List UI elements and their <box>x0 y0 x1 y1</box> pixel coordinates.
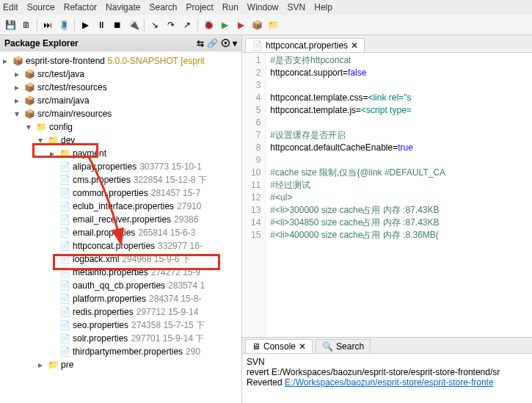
file-thirdpartymember-properties[interactable]: 📄thirdpartymember.properties290 <box>0 345 241 358</box>
src-test-resources[interactable]: ▸📦 src/test/resources <box>0 81 241 94</box>
menu-run[interactable]: Run <box>222 2 238 12</box>
folder-icon: 📁 <box>47 359 59 371</box>
folder-icon: 📁 <box>47 134 59 146</box>
package-icon: 📦 <box>23 68 35 80</box>
file-icon: 📄 <box>59 266 70 278</box>
project-node[interactable]: ▸📦 esprit-store-frontend 5.0.0-SNAPSHOT … <box>0 54 241 68</box>
console-line: revert E:/Workspaces/baozun/esprit-store… <box>247 367 528 377</box>
file-icon: 📄 <box>59 174 70 186</box>
disconnect-icon[interactable]: 🔌 <box>126 18 141 32</box>
file-icon: 📄 <box>59 346 70 357</box>
collapse-icon[interactable]: ⇆ <box>197 38 204 48</box>
dev-folder[interactable]: ▾📁 dev <box>0 134 241 147</box>
file-redis-properties[interactable]: 📄redis.properties297712 15-9-14 <box>0 305 241 319</box>
console-tabs: 🖥 Console ✕ 🔍 Search <box>242 338 532 354</box>
debug-icon[interactable]: 🐞 <box>201 18 216 32</box>
threads-icon[interactable]: 🧵 <box>57 18 71 32</box>
stop-icon[interactable]: ⏹ <box>110 18 125 32</box>
console-body[interactable]: SVN revert E:/Workspaces/baozun/esprit-s… <box>242 354 532 391</box>
close-icon[interactable]: ✕ <box>299 341 306 352</box>
save-all-icon[interactable]: 🗎 <box>19 18 34 32</box>
console-title: SVN <box>247 357 528 367</box>
file-oauth_qq_cb-properties[interactable]: 📄oauth_qq_cb.properties283574 1 <box>0 279 241 292</box>
file-icon: 📄 <box>59 333 70 344</box>
file-platform-properties[interactable]: 📄platform.properties284374 15-8- <box>0 292 241 305</box>
maven-icon[interactable]: 📦 <box>249 18 264 32</box>
run-ext-icon[interactable]: ▶ <box>233 18 248 32</box>
payment-folder[interactable]: ▸📁 payment <box>0 147 241 160</box>
package-explorer-header: Package Explorer ⇆ 🔗 🞊 ▾ <box>0 35 241 51</box>
menu-search[interactable]: Search <box>149 2 177 12</box>
config-folder[interactable]: ▾📁 config <box>0 120 241 134</box>
menu-window[interactable]: Window <box>247 2 279 12</box>
search-icon: 🔍 <box>322 341 333 352</box>
separator <box>144 18 145 32</box>
save-icon[interactable]: 💾 <box>3 18 18 32</box>
step-icon[interactable]: ▶ <box>78 18 92 32</box>
step-into-icon[interactable]: ↘ <box>147 18 162 32</box>
console-tab[interactable]: 🖥 Console ✕ <box>245 339 313 353</box>
console-link[interactable]: E:/Workspaces/baozun/esprit-store/esprit… <box>285 377 494 388</box>
file-icon: 📄 <box>59 161 70 173</box>
package-icon: 📦 <box>23 81 35 93</box>
menu-svn[interactable]: SVN <box>288 2 306 12</box>
src-main-resources[interactable]: ▾📦 src/main/resources <box>0 107 241 120</box>
editor[interactable]: 123456789101112131415 #是否支持httpconcathtt… <box>242 53 532 337</box>
file-cms-properties[interactable]: 📄cms.properties322854 15-12-8 下 <box>0 173 241 186</box>
pause-icon[interactable]: ⏸ <box>94 18 109 32</box>
package-icon: 📦 <box>23 95 35 106</box>
console-icon: 🖥 <box>252 341 260 352</box>
file-solr-properties[interactable]: 📄solr.properties297701 15-9-14 下 <box>0 332 241 345</box>
file-email-properties[interactable]: 📄email.properties265814 15-6-3 <box>0 226 241 239</box>
file-metainfo-properties[interactable]: 📄metainfo.properties274272 15-9 <box>0 266 241 279</box>
pre-folder[interactable]: ▸📁 pre <box>0 358 241 371</box>
file-icon: 📄 <box>252 40 263 51</box>
file-icon: 📄 <box>59 227 70 239</box>
editor-tab[interactable]: 📄 httpconcat.properties ✕ <box>245 38 365 52</box>
search-tab[interactable]: 🔍 Search <box>316 339 371 353</box>
menu-help[interactable]: Help <box>314 2 332 12</box>
file-icon: 📄 <box>59 280 70 291</box>
link-editor-icon[interactable]: 🔗 <box>207 38 218 48</box>
file-icon: 📄 <box>59 200 70 212</box>
file-email_receiver-properties[interactable]: 📄email_receiver.properties29386 <box>0 213 241 226</box>
file-alipay-properties[interactable]: 📄alipay.properties303773 15-10-1 <box>0 160 241 173</box>
menu-source[interactable]: Source <box>27 2 55 12</box>
file-common-properties[interactable]: 📄common.properties281457 15-7 <box>0 186 241 200</box>
menu-icon[interactable]: ▾ <box>233 38 237 48</box>
console-line: Reverted E:/Workspaces/baozun/esprit-sto… <box>247 377 528 388</box>
file-seo-properties[interactable]: 📄seo.properties274358 15-7-15 下 <box>0 319 241 332</box>
menu-bar: Edit Source Refactor Navigate Search Pro… <box>0 0 532 15</box>
menu-edit[interactable]: Edit <box>3 2 18 12</box>
file-icon: 📄 <box>59 293 70 305</box>
separator <box>74 18 75 32</box>
new-proj-icon[interactable]: 📁 <box>266 18 280 32</box>
menu-project[interactable]: Project <box>186 2 213 12</box>
src-main-java[interactable]: ▸📦 src/main/java <box>0 94 241 107</box>
code-area[interactable]: #是否支持httpconcathttpconcat.support=falseh… <box>266 53 532 337</box>
file-eclub_interface-properties[interactable]: 📄eclub_interface.properties27910 <box>0 200 241 213</box>
src-test-java[interactable]: ▸📦 src/test/java <box>0 68 241 81</box>
skip-icon[interactable]: ⏭ <box>40 18 55 32</box>
file-icon: 📄 <box>59 214 70 225</box>
folder-icon: 📁 <box>35 121 47 133</box>
file-httpconcat-properties[interactable]: 📄httpconcat.properties332977 16- <box>0 239 241 253</box>
package-explorer-tree[interactable]: ▸📦 esprit-store-frontend 5.0.0-SNAPSHOT … <box>0 51 241 403</box>
step-return-icon[interactable]: ↗ <box>180 18 194 32</box>
gutter: 123456789101112131415 <box>242 53 266 337</box>
file-logback-xml[interactable]: 📄logback.xml294968 15-9-6 下 <box>0 253 241 266</box>
folder-icon: 📁 <box>59 148 70 159</box>
run-icon[interactable]: ▶ <box>217 18 232 32</box>
view-title: Package Explorer <box>4 38 79 48</box>
file-icon: 📄 <box>59 187 70 199</box>
step-over-icon[interactable]: ↷ <box>164 18 178 32</box>
toolbar: 💾 🗎 ⏭ 🧵 ▶ ⏸ ⏹ 🔌 ↘ ↷ ↗ 🐞 ▶ ▶ 📦 📁 <box>0 15 532 35</box>
menu-navigate[interactable]: Navigate <box>106 2 140 12</box>
separator <box>197 18 198 32</box>
close-icon[interactable]: ✕ <box>351 40 358 51</box>
file-icon: 📄 <box>59 253 70 265</box>
focus-icon[interactable]: 🞊 <box>221 38 230 48</box>
menu-refactor[interactable]: Refactor <box>64 2 97 12</box>
separator <box>37 18 37 32</box>
project-icon: 📦 <box>12 55 23 67</box>
